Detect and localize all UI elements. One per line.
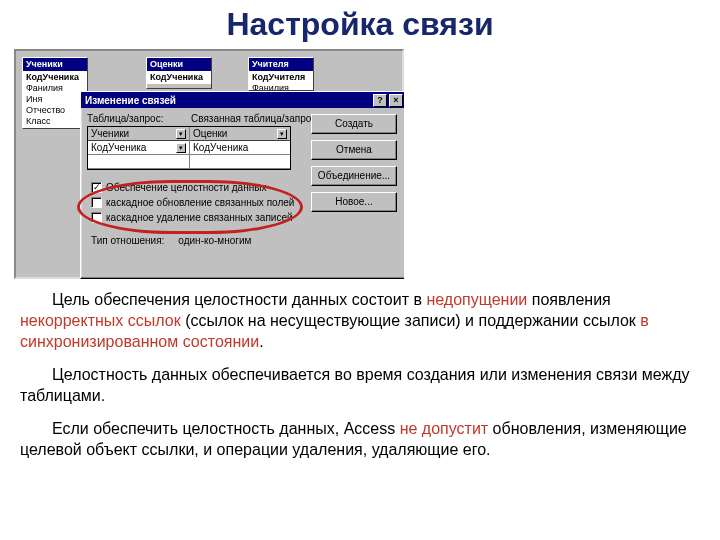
field: Иня [26, 94, 84, 105]
left-table-header: Таблица/запрос: [87, 113, 183, 124]
text: Если обеспечить целостность данных, Acce… [52, 420, 400, 437]
checkbox-cascade-delete[interactable] [91, 212, 102, 223]
accent-text: недопущении [426, 291, 527, 308]
new-button[interactable]: Новое... [311, 192, 397, 212]
table-win-teachers: Учителя КодУчителя Фанилия [248, 57, 314, 91]
table-title: Оценки [147, 58, 211, 71]
relations-canvas: Ученики КодУченика Фанилия Иня Отчество … [14, 49, 404, 279]
field: КодУчителя [252, 72, 310, 83]
chevron-down-icon[interactable]: ▾ [176, 143, 186, 153]
chevron-down-icon[interactable]: ▾ [176, 129, 186, 139]
edit-relationships-dialog: Изменение связей ? × Таблица/запрос: Свя… [80, 91, 404, 279]
right-field-value: КодУченика [193, 141, 248, 155]
left-field-cell[interactable]: КодУченика▾ [88, 141, 189, 155]
para-2: Целостность данных обеспечивается во вре… [20, 364, 700, 406]
table-body: КодУчителя Фанилия [249, 71, 313, 91]
dialog-title: Изменение связей [85, 95, 176, 106]
help-icon[interactable]: ? [373, 94, 387, 107]
right-table-header: Связанная таблица/запрос: [191, 113, 319, 124]
left-field-value: КодУченика [91, 141, 146, 155]
text: . [259, 333, 263, 350]
field: Фанилия [252, 83, 310, 91]
text: Цель обеспечения целостности данных сост… [52, 291, 426, 308]
table-body: КодУченика Фанилия Иня Отчество Класс [23, 71, 87, 128]
page-title: Настройка связи [0, 6, 720, 43]
table-win-grades: Оценки КодУченика [146, 57, 212, 89]
right-field-cell[interactable]: КодУченика [190, 141, 290, 155]
dialog-body: Таблица/запрос: Связанная таблица/запрос… [81, 108, 404, 278]
right-table-cell[interactable]: Оценки▾ [190, 127, 290, 141]
empty-cell[interactable] [190, 155, 290, 169]
left-table-cell[interactable]: Ученики▾ [88, 127, 189, 141]
cancel-button[interactable]: Отмена [311, 140, 397, 160]
checkbox-cascade-update[interactable] [91, 197, 102, 208]
left-table-value: Ученики [91, 127, 129, 141]
table-win-students: Ученики КодУченика Фанилия Иня Отчество … [22, 57, 88, 129]
para-1: Цель обеспечения целостности данных сост… [20, 289, 700, 352]
field: КодУченика [150, 72, 208, 83]
field: Класс [26, 116, 84, 127]
accent-text: некорректных ссылок [20, 312, 181, 329]
relation-type-value: один-ко-многим [178, 235, 251, 246]
table-title: Ученики [23, 58, 87, 71]
create-button[interactable]: Создать [311, 114, 397, 134]
text: появления [527, 291, 610, 308]
relation-type-row: Тип отношения: один-ко-многим [87, 235, 399, 246]
chevron-down-icon[interactable]: ▾ [277, 129, 287, 139]
relation-grid[interactable]: Ученики▾ КодУченика▾ Оценки▾ КодУченика [87, 126, 291, 170]
text: (ссылок на несуществующие записи) и подд… [181, 312, 641, 329]
checkbox-integrity[interactable]: ✓ [91, 182, 102, 193]
check-cascade-delete-row[interactable]: каскадное удаление связанных записей [91, 210, 399, 225]
table-title: Учителя [249, 58, 313, 71]
accent-text: не допустит [400, 420, 489, 437]
check-label: каскадное удаление связанных записей [106, 212, 293, 223]
empty-cell[interactable] [88, 155, 189, 169]
table-body: КодУченика [147, 71, 211, 84]
check-label: Обеспечение целостности данных [106, 182, 266, 193]
close-icon[interactable]: × [389, 94, 403, 107]
dialog-titlebar: Изменение связей ? × [81, 92, 404, 108]
field: Фанилия [26, 83, 84, 94]
join-button[interactable]: Объединение... [311, 166, 397, 186]
field: КодУченика [26, 72, 84, 83]
para-3: Если обеспечить целостность данных, Acce… [20, 418, 700, 460]
field: Отчество [26, 105, 84, 116]
right-table-value: Оценки [193, 127, 227, 141]
access-screenshot: Ученики КодУченика Фанилия Иня Отчество … [14, 49, 404, 279]
relation-type-label: Тип отношения: [91, 235, 164, 246]
explanation-text: Цель обеспечения целостности данных сост… [0, 289, 720, 460]
check-label: каскадное обновление связанных полей [106, 197, 294, 208]
